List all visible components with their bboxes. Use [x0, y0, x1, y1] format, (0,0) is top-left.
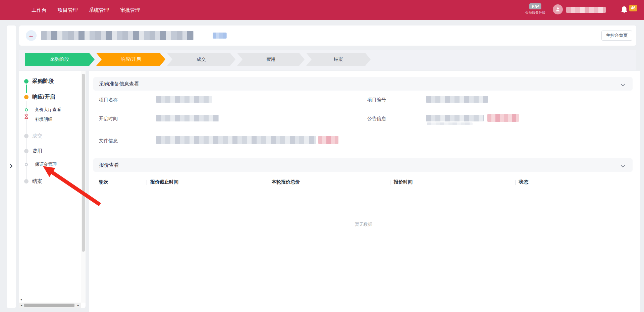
stage-progress-band: 采购阶段 响应/开启 成交 费用 结案: [19, 50, 636, 70]
quote-table-header-row: 轮次 报价截止时间 本轮报价总价 报价时间 状态: [93, 174, 633, 190]
field-label-announcement-info: 公告信息: [367, 116, 386, 122]
sidebar-item-deposit-management[interactable]: 保证金管理: [19, 162, 81, 167]
column-divider: [390, 180, 390, 185]
column-header-round-total: 本轮报价总价: [272, 179, 300, 185]
scrollbar-thumb[interactable]: [24, 304, 74, 307]
stage-step-fees[interactable]: 费用: [237, 53, 305, 66]
left-collapse-rail: [7, 25, 16, 308]
column-header-quote-deadline: 报价截止时间: [150, 179, 178, 185]
section-title: 采购准备信息查看: [99, 81, 139, 87]
gray-dot-icon: [24, 179, 29, 184]
column-divider: [515, 180, 516, 185]
field-label-project-name: 项目名称: [99, 97, 118, 103]
field-label-project-number: 项目编号: [367, 97, 386, 103]
console-home-button[interactable]: 主控台首页: [601, 31, 632, 41]
gray-circle-icon: [25, 163, 28, 166]
stage-progress-steps: 采购阶段 响应/开启 成交 费用 结案: [25, 53, 371, 66]
column-header-status: 状态: [519, 179, 528, 185]
sidebar-item-label: 补填明细: [35, 116, 52, 122]
project-title-redacted: [41, 31, 194, 40]
announcement-subtext-redacted: [427, 122, 473, 125]
sidebar-item-procurement-stage[interactable]: 采购阶段: [19, 79, 81, 84]
main-content: 采购准备信息查看 项目名称 项目编号 开启时间 公告信息 文件信息 报价查看 轮…: [89, 71, 640, 312]
stage-step-label: 费用: [266, 56, 276, 62]
stage-step-deal[interactable]: 成交: [167, 53, 235, 66]
sidebar-item-fill-details[interactable]: 补填明细: [19, 117, 81, 122]
expand-panel-chevron-icon[interactable]: [10, 164, 13, 170]
section-title: 报价查看: [99, 162, 119, 168]
nav-item-approval-management[interactable]: 审批管理: [120, 7, 140, 13]
file-link-redacted[interactable]: [318, 136, 338, 144]
green-dot-icon: [24, 79, 29, 84]
section-purchase-info-header[interactable]: 采购准备信息查看: [93, 77, 633, 91]
gray-dot-icon: [24, 149, 29, 153]
hourglass-icon: [24, 114, 29, 120]
column-header-quote-time: 报价时间: [394, 179, 413, 185]
sidebar-item-close-case[interactable]: 结案: [19, 178, 81, 184]
page-header-card: ← 主控台首页: [19, 25, 636, 46]
vip-subtitle: 会员服务升级: [524, 10, 547, 15]
section-quote-view-header[interactable]: 报价查看: [93, 158, 633, 172]
field-value-announcement-redacted: [426, 115, 484, 121]
gray-dot-icon: [24, 134, 29, 138]
nav-menu: 工作台 项目管理 系统管理 审批管理: [32, 0, 140, 20]
sidebar-item-label: 费用: [32, 148, 42, 154]
sidebar-item-label: 保证金管理: [35, 161, 57, 167]
orange-dot-icon: [24, 95, 29, 99]
stage-timeline-sidebar: 采购阶段 响应/开启 竞价大厅查看 补填明细 成交 费用 保证金管理 结案: [19, 71, 86, 308]
stage-step-label: 结案: [334, 56, 343, 62]
stage-step-response-open[interactable]: 响应/开启: [96, 53, 165, 66]
sidebar-item-deal[interactable]: 成交: [19, 133, 81, 139]
column-divider: [147, 180, 147, 185]
chevron-down-icon[interactable]: [621, 82, 625, 88]
person-icon: [555, 7, 560, 12]
scrollbar-thumb[interactable]: [82, 74, 85, 252]
green-circle-icon: [25, 108, 28, 111]
field-value-project-number-redacted: [426, 96, 488, 103]
scroll-right-arrow-icon[interactable]: ▸: [76, 303, 80, 308]
empty-data-text: 暂无数据: [342, 221, 385, 227]
username-redacted[interactable]: [566, 7, 606, 13]
vip-upgrade[interactable]: VIP 会员服务升级: [524, 3, 547, 15]
notification-count-badge: 46: [629, 5, 637, 11]
announcement-link-redacted[interactable]: [487, 114, 519, 122]
vip-icon: VIP: [529, 3, 541, 9]
sidebar-vertical-scrollbar[interactable]: [81, 71, 86, 303]
sidebar-item-bidding-hall-view[interactable]: 竞价大厅查看: [19, 107, 81, 112]
notification-bell-icon[interactable]: [621, 6, 628, 14]
column-header-round: 轮次: [99, 179, 108, 185]
field-value-project-name-redacted: [156, 96, 212, 103]
timeline-connector-done: [26, 85, 27, 93]
stage-step-label: 成交: [197, 56, 206, 62]
sidebar-item-label: 响应/开启: [32, 94, 55, 101]
sidebar-horizontal-scrollbar[interactable]: ◂ ▸: [19, 303, 81, 308]
stage-step-label: 采购阶段: [50, 56, 69, 62]
field-value-open-time-redacted: [156, 115, 219, 121]
user-avatar[interactable]: [553, 4, 563, 14]
field-label-open-time: 开启时间: [99, 116, 118, 122]
field-label-file-info: 文件信息: [99, 138, 118, 144]
scroll-down-arrow-icon[interactable]: ▾: [19, 297, 23, 302]
stage-step-procurement[interactable]: 采购阶段: [25, 53, 95, 66]
sidebar-item-response-open[interactable]: 响应/开启: [19, 94, 81, 100]
sidebar-item-fees[interactable]: 费用: [19, 148, 81, 154]
top-navbar: 工作台 项目管理 系统管理 审批管理 VIP 会员服务升级 46: [0, 0, 644, 20]
nav-item-project-management[interactable]: 项目管理: [58, 7, 78, 13]
field-value-file-info-redacted: [156, 136, 316, 144]
stage-step-close[interactable]: 结案: [306, 53, 371, 66]
sidebar-item-label: 采购阶段: [32, 78, 54, 85]
scroll-left-arrow-icon[interactable]: ◂: [19, 303, 24, 308]
sidebar-item-label: 结案: [32, 178, 42, 185]
timeline-connector: [26, 101, 26, 180]
sidebar-item-label: 竞价大厅查看: [35, 107, 61, 113]
back-button[interactable]: ←: [26, 30, 37, 41]
nav-item-system-management[interactable]: 系统管理: [89, 7, 109, 13]
column-divider: [268, 180, 268, 185]
nav-item-workbench[interactable]: 工作台: [32, 7, 47, 13]
chevron-down-icon[interactable]: [621, 163, 625, 169]
status-tag-redacted: [213, 33, 227, 39]
sidebar-item-label: 成交: [32, 133, 42, 139]
stage-step-label: 响应/开启: [121, 56, 141, 62]
